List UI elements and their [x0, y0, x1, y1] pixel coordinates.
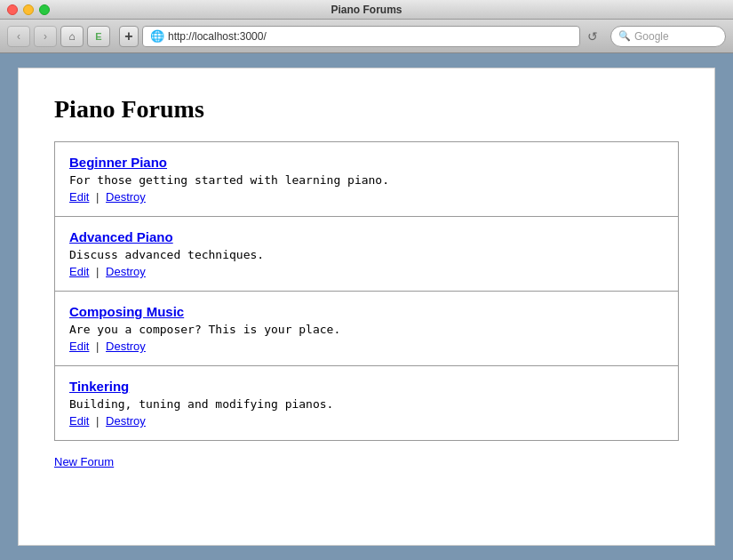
reload-button[interactable]: ↺: [584, 28, 602, 45]
forum-description: Are you a composer? This is your place.: [69, 323, 664, 336]
home-button[interactable]: ⌂: [60, 26, 84, 47]
back-button[interactable]: ‹: [7, 26, 30, 47]
back-icon: ‹: [17, 30, 20, 43]
add-tab-icon: +: [124, 28, 132, 44]
forum-edit-link[interactable]: Edit: [69, 265, 89, 278]
page-title: Piano Forums: [54, 95, 679, 124]
action-separator: |: [96, 414, 99, 428]
forum-destroy-link[interactable]: Destroy: [106, 265, 146, 278]
toolbar: ‹ › ⌂ E + 🌐 http://localhost:3000/ ↺ 🔍 G…: [0, 20, 733, 53]
forum-description: Discuss advanced techniques.: [69, 248, 664, 261]
forum-edit-link[interactable]: Edit: [69, 190, 89, 204]
forum-destroy-link[interactable]: Destroy: [106, 190, 146, 204]
window-title: Piano Forums: [331, 4, 402, 16]
page-container: Piano Forums Beginner Piano For those ge…: [18, 68, 715, 546]
address-text: http://localhost:3000/: [168, 30, 267, 43]
forum-description: Building, tuning and modifying pianos.: [69, 397, 664, 411]
browser-viewport: Piano Forums Beginner Piano For those ge…: [0, 53, 733, 560]
evernote-icon: E: [95, 31, 101, 42]
forum-actions: Edit | Destroy: [69, 414, 664, 428]
forums-table: Beginner Piano For those getting started…: [54, 141, 679, 441]
address-bar[interactable]: 🌐 http://localhost:3000/: [142, 26, 580, 47]
forum-row: Advanced Piano Discuss advanced techniqu…: [55, 217, 678, 292]
forum-actions: Edit | Destroy: [69, 190, 664, 204]
search-placeholder: Google: [634, 30, 669, 43]
maximize-button[interactable]: [39, 4, 50, 15]
forum-name-link[interactable]: Composing Music: [69, 304, 664, 319]
address-bar-container: + 🌐 http://localhost:3000/ ↺: [119, 26, 602, 47]
search-icon: 🔍: [618, 30, 631, 42]
close-button[interactable]: [7, 4, 18, 15]
minimize-button[interactable]: [23, 4, 34, 15]
forum-description: For those getting started with learning …: [69, 173, 664, 187]
forum-edit-link[interactable]: Edit: [69, 340, 89, 353]
add-tab-button[interactable]: +: [119, 26, 139, 47]
forward-icon: ›: [44, 30, 47, 43]
forum-row: Tinkering Building, tuning and modifying…: [55, 366, 678, 440]
home-icon: ⌂: [68, 30, 75, 43]
forum-edit-link[interactable]: Edit: [69, 414, 89, 428]
forum-destroy-link[interactable]: Destroy: [106, 340, 146, 353]
forum-name-link[interactable]: Beginner Piano: [69, 155, 664, 170]
action-separator: |: [96, 340, 99, 353]
search-bar[interactable]: 🔍 Google: [610, 26, 726, 47]
forum-name-link[interactable]: Tinkering: [69, 379, 664, 394]
new-forum-link[interactable]: New Forum: [54, 455, 679, 468]
evernote-button[interactable]: E: [87, 26, 110, 47]
title-bar: Piano Forums: [0, 0, 733, 20]
forum-actions: Edit | Destroy: [69, 265, 664, 278]
forward-button[interactable]: ›: [34, 26, 57, 47]
action-separator: |: [96, 265, 99, 278]
forum-row: Composing Music Are you a composer? This…: [55, 292, 678, 366]
window-controls: [7, 4, 50, 15]
globe-icon: 🌐: [150, 29, 164, 43]
action-separator: |: [96, 190, 99, 204]
forum-name-link[interactable]: Advanced Piano: [69, 229, 664, 244]
forum-destroy-link[interactable]: Destroy: [106, 414, 146, 428]
forum-actions: Edit | Destroy: [69, 340, 664, 353]
forum-row: Beginner Piano For those getting started…: [55, 142, 678, 217]
